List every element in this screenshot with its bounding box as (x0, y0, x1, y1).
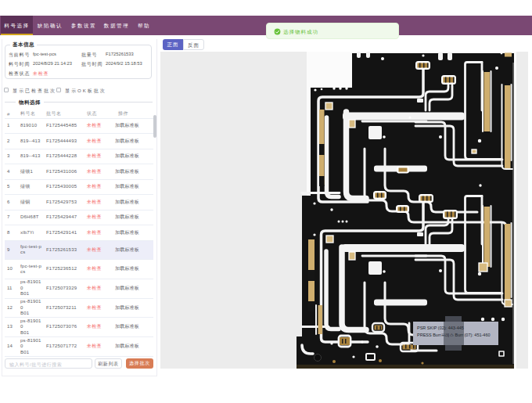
svg-text:PSR SKIP (02): 443-445: PSR SKIP (02): 443-445 (417, 326, 464, 330)
svg-text:PRESS Burr프레스 Burr (07): 451-4: PRESS Burr프레스 Burr (07): 451-460 (417, 333, 491, 337)
